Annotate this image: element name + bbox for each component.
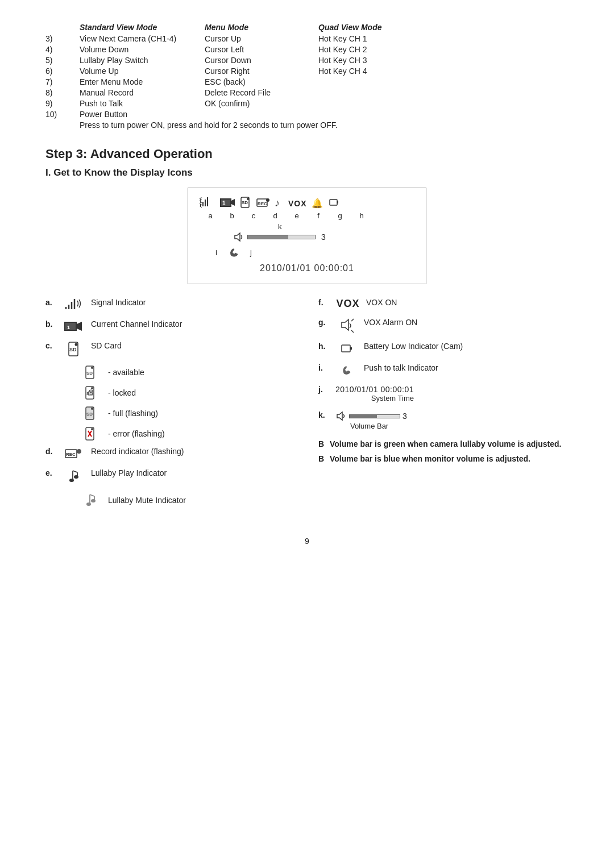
icon-desc-d: Record indicator (flashing) <box>91 447 290 456</box>
svg-text:REC: REC <box>258 201 267 206</box>
note-1: B B Volume bar is green when camera lull… <box>318 439 569 448</box>
icon-letter-i: i. <box>318 363 335 372</box>
key-table: Standard View Mode Menu Mode Quad View M… <box>45 23 569 130</box>
icon-letter-h: h. <box>318 342 335 351</box>
icon-desc-i: Push to talk Indicator <box>364 363 569 372</box>
svg-marker-9 <box>231 199 235 206</box>
right-icons-col: f. VOX VOX ON g. VOX Alarm ON h. <box>307 298 569 514</box>
sd-available-desc: - available <box>108 368 144 377</box>
diag-label-h: h <box>351 211 372 220</box>
icon-entry-g: g. VOX Alarm ON <box>318 318 569 334</box>
svg-rect-19 <box>337 201 338 203</box>
svg-line-55 <box>90 495 94 496</box>
sd-full-desc: - full (flashing) <box>108 409 158 418</box>
svg-point-53 <box>74 475 78 479</box>
icon-desc-a: Signal Indicator <box>91 298 290 307</box>
svg-point-48 <box>77 449 81 454</box>
icon-entry-i: i. Push to talk Indicator <box>318 363 569 377</box>
icon-entry-e: e. Lullaby Play Indicator <box>45 468 290 484</box>
svg-rect-63 <box>350 347 352 350</box>
note-2: B Volume bar is blue when monitor volume… <box>318 454 569 463</box>
vol-num-diag: 3 <box>321 232 326 242</box>
icon-entry-j: j. 2010/01/01 00:00:01 System Time <box>318 385 569 402</box>
step3-heading: Step 3: Advanced Operation <box>45 147 569 161</box>
col-standard: Standard View Mode <box>80 23 205 32</box>
sd-icon-diag: SD <box>239 196 252 210</box>
sd-error-icon <box>80 426 102 441</box>
battery-icon-diag <box>329 196 339 210</box>
icon-letter-j: j. <box>318 385 335 394</box>
page-number: 9 <box>45 537 569 546</box>
icon-letter-g: g. <box>318 318 335 327</box>
notes-section: B B Volume bar is green when camera lull… <box>318 439 569 463</box>
icon-desc-b: Current Channel Indicator <box>91 319 290 329</box>
icon-entry-h: h. Battery Low Indicator (Cam) <box>318 342 569 355</box>
table-row: 3) View Next Camera (CH1-4) Cursor Up Ho… <box>45 34 569 43</box>
speaker-small-icon <box>335 410 347 422</box>
display-diagram: ⦚ ❴ 1 SD <box>188 188 426 284</box>
sd-locked-entry: SD - locked <box>80 385 290 400</box>
icon-letter-k: k. <box>318 410 335 420</box>
rec-icon-diag: REC <box>256 196 270 210</box>
j-label: j <box>250 248 252 257</box>
icon-entry-c: c. SD SD Card <box>45 341 290 357</box>
note-bullet-1: B <box>318 439 330 448</box>
speaker-icon-diag <box>233 231 244 243</box>
channel-icon: 1 <box>63 319 85 333</box>
svg-rect-62 <box>342 345 350 352</box>
svg-marker-64 <box>337 412 342 420</box>
icon-desc-e: Lullaby Play Indicator <box>91 468 290 477</box>
sys-time-label: System Time <box>335 394 414 402</box>
svg-line-60 <box>351 319 354 321</box>
note-text-2: Volume bar is blue when monitor volume i… <box>330 454 530 463</box>
vol-bar-diag <box>247 235 316 239</box>
vol-bar-label: Volume Bar <box>350 422 407 430</box>
diag-label-b: b <box>221 211 243 220</box>
vox-icon: VOX <box>335 298 360 310</box>
battery-icon <box>335 342 358 355</box>
table-row: 5) Lullaby Play Switch Cursor Down Hot K… <box>45 56 569 65</box>
diag-label-c: c <box>243 211 264 220</box>
sd-locked-icon: SD <box>80 385 102 400</box>
diagram-middle: k 3 i j <box>198 231 416 259</box>
icon-letter-e: e. <box>45 468 63 477</box>
icon-entry-b: b. 1 Current Channel Indicator <box>45 319 290 333</box>
svg-point-31 <box>75 343 78 346</box>
icon-letter-f: f. <box>318 298 335 307</box>
svg-text:REC: REC <box>66 452 76 457</box>
sd-full-icon: SD <box>80 406 102 421</box>
col-quad: Quad View Mode <box>318 23 432 32</box>
svg-line-61 <box>351 330 354 333</box>
svg-point-41 <box>91 408 93 410</box>
svg-text:SD: SD <box>86 412 93 417</box>
diagram-icons-row: ⦚ ❴ 1 SD <box>198 196 416 210</box>
icon-entry-d: d. REC Record indicator (flashing) <box>45 447 290 460</box>
svg-text:🔔: 🔔 <box>312 198 323 209</box>
diagram-ptt-row: i j <box>215 246 416 259</box>
diagram-datetime: 2010/01/01 00:00:01 <box>198 263 416 273</box>
icon-entry-a: a. Signal Indicator <box>45 298 290 312</box>
icon-letter-d: d. <box>45 447 63 456</box>
vol-bar-num: 3 <box>403 412 407 421</box>
note-text-1: B Volume bar is green when camera lullab… <box>330 439 561 448</box>
icon-desc-g: VOX Alarm ON <box>364 318 569 327</box>
table-row: 10) Power Button <box>45 110 569 119</box>
table-header: Standard View Mode Menu Mode Quad View M… <box>45 23 569 32</box>
svg-point-45 <box>91 428 93 430</box>
step3-sub-heading: I. Get to Know the Display Icons <box>45 167 569 178</box>
diag-label-a: a <box>200 211 221 220</box>
vol-bar-block: 3 Volume Bar <box>335 410 407 430</box>
diagram-vol-row: k 3 <box>233 231 416 243</box>
svg-point-15 <box>266 198 269 202</box>
volume-bar-visual <box>349 414 400 418</box>
svg-point-12 <box>247 198 249 200</box>
sd-error-entry: - error (flashing) <box>80 426 290 441</box>
icon-entry-f: f. VOX VOX ON <box>318 298 569 310</box>
diag-label-g: g <box>329 211 351 220</box>
signal-icon <box>63 298 85 312</box>
diag-label-e: e <box>286 211 308 220</box>
ptt-icon-diag <box>227 246 240 259</box>
icon-desc-f: VOX ON <box>366 298 569 307</box>
k-label: k <box>278 222 282 231</box>
icon-letter-b: b. <box>45 319 63 329</box>
